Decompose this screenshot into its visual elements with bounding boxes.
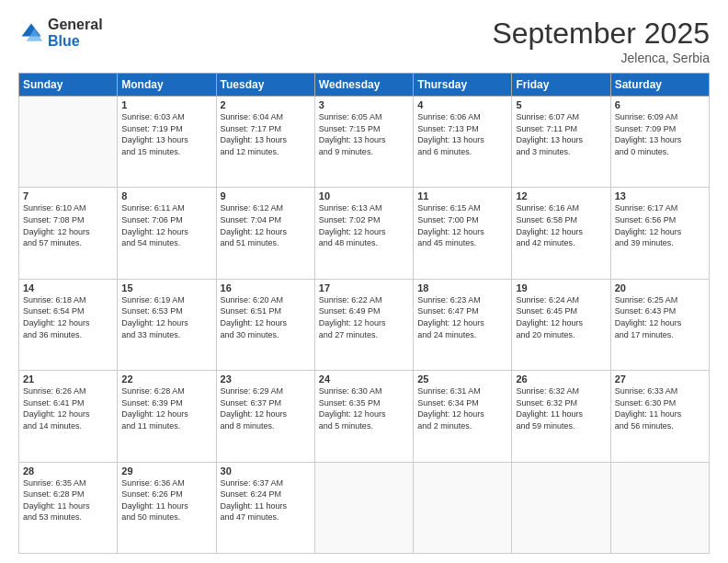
calendar-cell: 11Sunrise: 6:15 AM Sunset: 7:00 PM Dayli… [414,188,512,279]
day-info: Sunrise: 6:20 AM Sunset: 6:51 PM Dayligh… [221,294,311,340]
day-info: Sunrise: 6:36 AM Sunset: 6:26 PM Dayligh… [121,477,211,523]
day-info: Sunrise: 6:22 AM Sunset: 6:49 PM Dayligh… [319,294,409,340]
calendar-week-5: 28Sunrise: 6:35 AM Sunset: 6:28 PM Dayli… [19,462,710,553]
day-number: 12 [516,190,606,201]
title-block: September 2025 Jelenca, Serbia [492,17,710,65]
day-info: Sunrise: 6:15 AM Sunset: 7:00 PM Dayligh… [417,202,507,248]
day-info: Sunrise: 6:06 AM Sunset: 7:13 PM Dayligh… [417,111,507,157]
day-info: Sunrise: 6:10 AM Sunset: 7:08 PM Dayligh… [23,202,113,248]
calendar-cell: 22Sunrise: 6:28 AM Sunset: 6:39 PM Dayli… [118,371,216,462]
day-info: Sunrise: 6:18 AM Sunset: 6:54 PM Dayligh… [23,294,113,340]
day-info: Sunrise: 6:32 AM Sunset: 6:32 PM Dayligh… [516,385,606,431]
weekday-header-wednesday: Wednesday [314,74,413,97]
header: General Blue September 2025 Jelenca, Ser… [18,17,710,65]
calendar-cell: 16Sunrise: 6:20 AM Sunset: 6:51 PM Dayli… [216,279,314,370]
day-info: Sunrise: 6:11 AM Sunset: 7:06 PM Dayligh… [121,202,211,248]
day-info: Sunrise: 6:09 AM Sunset: 7:09 PM Dayligh… [615,111,705,157]
day-number: 2 [221,99,311,110]
calendar-cell [19,97,118,188]
calendar-cell: 2Sunrise: 6:04 AM Sunset: 7:17 PM Daylig… [216,97,314,188]
day-number: 23 [221,373,311,385]
calendar-cell: 23Sunrise: 6:29 AM Sunset: 6:37 PM Dayli… [216,371,314,462]
day-number: 25 [417,373,507,385]
day-number: 16 [221,282,311,293]
day-number: 24 [319,373,409,385]
page: General Blue September 2025 Jelenca, Ser… [0,0,728,563]
day-number: 17 [319,282,409,293]
calendar-cell: 7Sunrise: 6:10 AM Sunset: 7:08 PM Daylig… [19,188,118,279]
day-info: Sunrise: 6:33 AM Sunset: 6:30 PM Dayligh… [615,385,705,431]
calendar-cell: 17Sunrise: 6:22 AM Sunset: 6:49 PM Dayli… [314,279,413,370]
calendar-cell: 20Sunrise: 6:25 AM Sunset: 6:43 PM Dayli… [610,279,709,370]
weekday-header-row: SundayMondayTuesdayWednesdayThursdayFrid… [19,74,710,97]
day-number: 4 [417,99,507,110]
day-number: 1 [121,99,211,110]
logo: General Blue [18,17,103,49]
day-info: Sunrise: 6:19 AM Sunset: 6:53 PM Dayligh… [121,294,211,340]
calendar-cell: 12Sunrise: 6:16 AM Sunset: 6:58 PM Dayli… [512,188,610,279]
day-number: 18 [417,282,507,293]
day-number: 27 [615,373,705,385]
calendar-cell: 10Sunrise: 6:13 AM Sunset: 7:02 PM Dayli… [314,188,413,279]
day-number: 8 [121,190,211,201]
day-info: Sunrise: 6:24 AM Sunset: 6:45 PM Dayligh… [516,294,606,340]
calendar-week-4: 21Sunrise: 6:26 AM Sunset: 6:41 PM Dayli… [19,371,710,462]
calendar-cell: 29Sunrise: 6:36 AM Sunset: 6:26 PM Dayli… [118,462,216,553]
calendar-cell: 28Sunrise: 6:35 AM Sunset: 6:28 PM Dayli… [19,462,118,553]
calendar-cell [610,462,709,553]
day-number: 6 [615,99,705,110]
calendar-header: SundayMondayTuesdayWednesdayThursdayFrid… [19,74,710,97]
calendar-cell: 4Sunrise: 6:06 AM Sunset: 7:13 PM Daylig… [414,97,512,188]
calendar-cell [512,462,610,553]
day-info: Sunrise: 6:05 AM Sunset: 7:15 PM Dayligh… [319,111,409,157]
weekday-header-monday: Monday [118,74,216,97]
day-info: Sunrise: 6:12 AM Sunset: 7:04 PM Dayligh… [221,202,311,248]
day-info: Sunrise: 6:16 AM Sunset: 6:58 PM Dayligh… [516,202,606,248]
day-number: 30 [221,465,311,477]
day-info: Sunrise: 6:03 AM Sunset: 7:19 PM Dayligh… [121,111,211,157]
calendar-cell: 30Sunrise: 6:37 AM Sunset: 6:24 PM Dayli… [216,462,314,553]
calendar-cell: 18Sunrise: 6:23 AM Sunset: 6:47 PM Dayli… [414,279,512,370]
day-number: 20 [615,282,705,293]
day-number: 7 [23,190,113,201]
month-title: September 2025 [492,17,710,51]
calendar-cell: 27Sunrise: 6:33 AM Sunset: 6:30 PM Dayli… [610,371,709,462]
weekday-header-thursday: Thursday [414,74,512,97]
calendar-cell: 15Sunrise: 6:19 AM Sunset: 6:53 PM Dayli… [118,279,216,370]
day-number: 5 [516,99,606,110]
calendar-cell: 13Sunrise: 6:17 AM Sunset: 6:56 PM Dayli… [610,188,709,279]
calendar-cell [314,462,413,553]
weekday-header-tuesday: Tuesday [216,74,314,97]
day-info: Sunrise: 6:28 AM Sunset: 6:39 PM Dayligh… [121,385,211,431]
calendar-week-2: 7Sunrise: 6:10 AM Sunset: 7:08 PM Daylig… [19,188,710,279]
calendar-cell [414,462,512,553]
weekday-header-saturday: Saturday [610,74,709,97]
logo-blue: Blue [48,33,103,50]
calendar-cell: 14Sunrise: 6:18 AM Sunset: 6:54 PM Dayli… [19,279,118,370]
calendar-cell: 25Sunrise: 6:31 AM Sunset: 6:34 PM Dayli… [414,371,512,462]
location-subtitle: Jelenca, Serbia [492,51,710,65]
calendar-cell: 9Sunrise: 6:12 AM Sunset: 7:04 PM Daylig… [216,188,314,279]
day-info: Sunrise: 6:17 AM Sunset: 6:56 PM Dayligh… [615,202,705,248]
calendar-cell: 3Sunrise: 6:05 AM Sunset: 7:15 PM Daylig… [314,97,413,188]
day-info: Sunrise: 6:37 AM Sunset: 6:24 PM Dayligh… [221,477,311,523]
day-number: 3 [319,99,409,110]
day-number: 21 [23,373,113,385]
day-info: Sunrise: 6:26 AM Sunset: 6:41 PM Dayligh… [23,385,113,431]
day-info: Sunrise: 6:29 AM Sunset: 6:37 PM Dayligh… [221,385,311,431]
weekday-header-friday: Friday [512,74,610,97]
day-number: 14 [23,282,113,293]
day-info: Sunrise: 6:25 AM Sunset: 6:43 PM Dayligh… [615,294,705,340]
day-number: 11 [417,190,507,201]
calendar-cell: 24Sunrise: 6:30 AM Sunset: 6:35 PM Dayli… [314,371,413,462]
day-info: Sunrise: 6:35 AM Sunset: 6:28 PM Dayligh… [23,477,113,523]
day-number: 13 [615,190,705,201]
day-info: Sunrise: 6:13 AM Sunset: 7:02 PM Dayligh… [319,202,409,248]
day-info: Sunrise: 6:04 AM Sunset: 7:17 PM Dayligh… [221,111,311,157]
calendar-week-3: 14Sunrise: 6:18 AM Sunset: 6:54 PM Dayli… [19,279,710,370]
calendar-cell: 8Sunrise: 6:11 AM Sunset: 7:06 PM Daylig… [118,188,216,279]
calendar-cell: 19Sunrise: 6:24 AM Sunset: 6:45 PM Dayli… [512,279,610,370]
calendar-table: SundayMondayTuesdayWednesdayThursdayFrid… [18,73,710,554]
day-number: 15 [121,282,211,293]
calendar-cell: 1Sunrise: 6:03 AM Sunset: 7:19 PM Daylig… [118,97,216,188]
